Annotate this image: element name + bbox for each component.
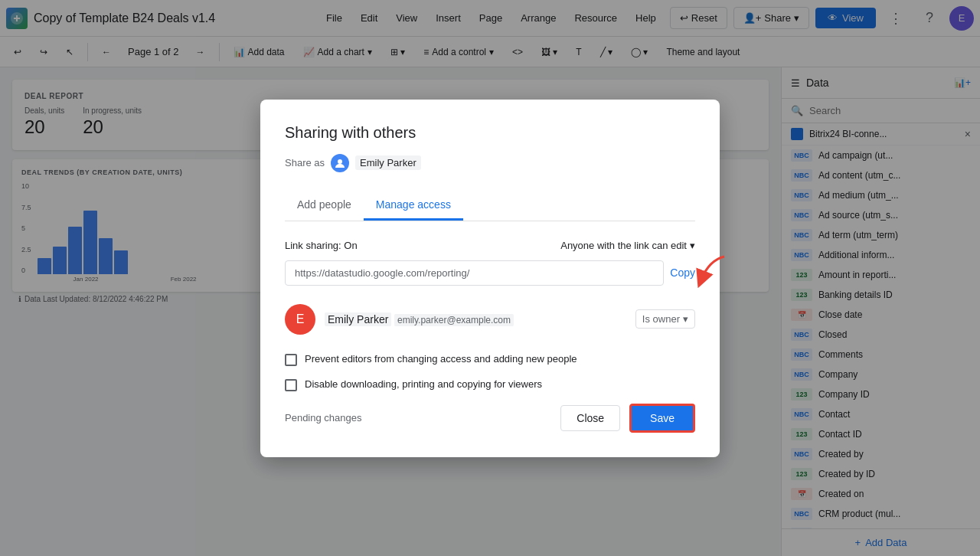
disable-download-label: Disable downloading, printing and copyin… [305, 378, 542, 390]
tab-add-people[interactable]: Add people [285, 191, 364, 221]
share-as-row: Share as Emily Parker [285, 154, 695, 172]
prevent-editors-label: Prevent editors from changing access and… [305, 353, 577, 365]
link-input-row: Copy [285, 260, 695, 286]
modal-footer: Pending changes Close Save [285, 404, 695, 433]
link-sharing-row: Link sharing: On Anyone with the link ca… [285, 240, 695, 251]
prevent-editors-checkbox[interactable] [285, 354, 297, 366]
chevron-down-icon-perm: ▾ [690, 240, 695, 251]
tab-manage-access[interactable]: Manage access [364, 191, 463, 221]
user-info: Emily Parker emily.parker@example.com [325, 312, 626, 326]
checkbox-prevent-editors: Prevent editors from changing access and… [285, 353, 695, 366]
save-button[interactable]: Save [629, 404, 695, 433]
modal-overlay[interactable]: Sharing with others Share as Emily Parke… [0, 0, 980, 556]
user-row: E Emily Parker emily.parker@example.com … [285, 304, 695, 335]
arrow-annotation [686, 253, 732, 293]
share-as-avatar [331, 154, 349, 172]
close-modal-button[interactable]: Close [560, 405, 620, 431]
link-permission-dropdown[interactable]: Anyone with the link can edit ▾ [560, 240, 695, 251]
checkbox-disable-download: Disable downloading, printing and copyin… [285, 378, 695, 391]
link-sharing-label: Link sharing: On [285, 240, 358, 251]
modal-tabs: Add people Manage access [285, 191, 695, 221]
user-email: emily.parker@example.com [394, 314, 514, 326]
disable-download-checkbox[interactable] [285, 379, 297, 391]
share-as-name: Emily Parker [355, 155, 421, 170]
chevron-down-icon-owner: ▾ [683, 313, 688, 325]
link-input[interactable] [285, 260, 664, 286]
svg-point-3 [338, 159, 342, 164]
owner-select-dropdown[interactable]: Is owner ▾ [635, 309, 695, 329]
pending-text: Pending changes [285, 412, 361, 424]
user-avatar-modal: E [285, 304, 315, 335]
modal-title: Sharing with others [285, 124, 695, 142]
share-as-label: Share as [285, 157, 325, 168]
sharing-modal: Sharing with others Share as Emily Parke… [260, 100, 720, 457]
user-name: Emily Parker [325, 312, 391, 326]
